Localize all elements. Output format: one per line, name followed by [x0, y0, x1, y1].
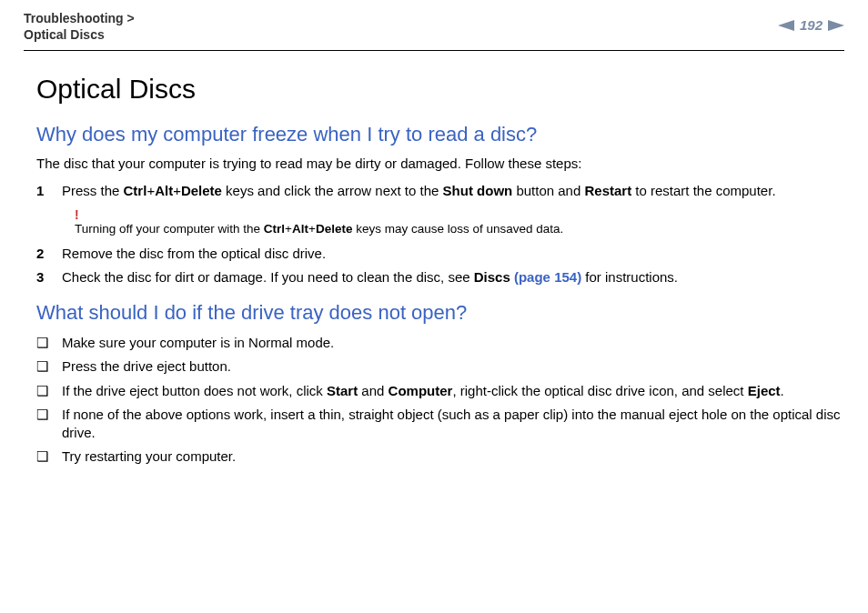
bullet-body: If none of the above options work, inser…	[62, 406, 844, 443]
text: , right-click the optical disc drive ico…	[452, 383, 747, 398]
text: keys may cause loss of unsaved data.	[352, 222, 563, 236]
text: If none of the above options work, inser…	[62, 407, 841, 440]
text: +	[146, 183, 155, 198]
section-heading: Why does my computer freeze when I try t…	[36, 121, 844, 148]
prev-page-icon[interactable]	[778, 20, 794, 31]
step-body: Press the Ctrl+Alt+Delete keys and click…	[62, 182, 844, 200]
header-rule	[24, 50, 844, 51]
svg-marker-0	[778, 20, 794, 31]
text: If the drive eject button does not work,…	[62, 383, 327, 398]
bold-text: Delete	[181, 183, 222, 198]
bold-text: Alt	[155, 183, 173, 198]
list-item: ❑Try restarting your computer.	[36, 447, 844, 466]
breadcrumb-separator: >	[127, 11, 135, 25]
bold-text: Discs	[474, 269, 514, 285]
bold-text: Alt	[292, 222, 308, 236]
square-bullet-icon: ❑	[36, 357, 62, 376]
list-item: ❑If the drive eject button does not work…	[36, 382, 844, 400]
list-item: 3Check the disc for dirt or damage. If y…	[36, 268, 844, 286]
text: +	[285, 222, 292, 236]
square-bullet-icon: ❑	[36, 447, 62, 466]
page-navigator: 192	[778, 16, 844, 35]
text: +	[308, 222, 316, 236]
bold-text: Computer	[389, 383, 453, 398]
page: Troubleshooting > Optical Discs 192 Opti…	[0, 0, 868, 613]
warning-note: !Turning off your computer with the Ctrl…	[75, 208, 844, 237]
text: for instructions.	[581, 269, 678, 285]
bold-text: Start	[327, 383, 358, 398]
list-item: ❑Make sure your computer is in Normal mo…	[36, 334, 844, 352]
section-intro: The disc that your computer is trying to…	[36, 155, 844, 173]
page-number: 192	[800, 16, 823, 35]
bold-text: Delete	[316, 222, 353, 236]
page-title: Optical Discs	[36, 71, 844, 108]
text: Press the	[62, 183, 124, 198]
text: keys and click the arrow next to the	[222, 183, 443, 198]
list-item: 1Press the Ctrl+Alt+Delete keys and clic…	[36, 182, 844, 200]
bold-text: Eject	[748, 383, 781, 398]
bold-text: Ctrl	[124, 183, 147, 198]
list-item: ❑If none of the above options work, inse…	[36, 406, 844, 443]
square-bullet-icon: ❑	[36, 382, 62, 400]
warning-icon: !	[75, 208, 844, 221]
text: +	[173, 183, 181, 198]
bullet-body: Press the drive eject button.	[62, 357, 844, 376]
text: to restart the computer.	[631, 183, 775, 198]
page-header: Troubleshooting > Optical Discs 192	[24, 0, 844, 50]
text: .	[781, 383, 784, 398]
bold-text: Restart	[584, 183, 631, 198]
cross-reference-link[interactable]: (page 154)	[514, 269, 581, 285]
warning-text: Turning off your computer with the Ctrl+…	[75, 221, 844, 237]
breadcrumb: Troubleshooting > Optical Discs	[24, 11, 135, 43]
square-bullet-icon: ❑	[36, 406, 62, 424]
bullet-body: Try restarting your computer.	[62, 447, 844, 466]
text: button and	[512, 183, 584, 198]
breadcrumb-child[interactable]: Optical Discs	[24, 27, 105, 42]
step-number: 2	[36, 245, 62, 263]
text: Press the drive eject button.	[62, 358, 231, 374]
list-item: 2Remove the disc from the optical disc d…	[36, 245, 844, 263]
text: Remove the disc from the optical disc dr…	[62, 246, 326, 261]
square-bullet-icon: ❑	[36, 334, 62, 352]
bullet-list: ❑Make sure your computer is in Normal mo…	[36, 334, 844, 467]
next-page-icon[interactable]	[828, 20, 844, 31]
bullet-body: Make sure your computer is in Normal mod…	[62, 334, 844, 352]
text: Make sure your computer is in Normal mod…	[62, 335, 334, 350]
step-body: Remove the disc from the optical disc dr…	[62, 245, 844, 263]
bold-text: Ctrl	[264, 222, 285, 236]
text: and	[358, 383, 388, 398]
step-body: Check the disc for dirt or damage. If yo…	[62, 268, 844, 286]
text: Check the disc for dirt or damage. If yo…	[62, 269, 474, 285]
bullet-body: If the drive eject button does not work,…	[62, 382, 844, 400]
section-heading: What should I do if the drive tray does …	[36, 299, 844, 327]
step-number: 3	[36, 268, 62, 286]
text: Turning off your computer with the	[75, 222, 264, 236]
svg-marker-1	[828, 20, 844, 31]
ordered-list: 1Press the Ctrl+Alt+Delete keys and clic…	[36, 182, 844, 286]
list-item: ❑Press the drive eject button.	[36, 357, 844, 376]
text: Try restarting your computer.	[62, 448, 236, 464]
breadcrumb-parent[interactable]: Troubleshooting	[24, 11, 124, 25]
content: Why does my computer freeze when I try t…	[24, 121, 844, 467]
step-number: 1	[36, 182, 62, 200]
bold-text: Shut down	[443, 183, 513, 198]
